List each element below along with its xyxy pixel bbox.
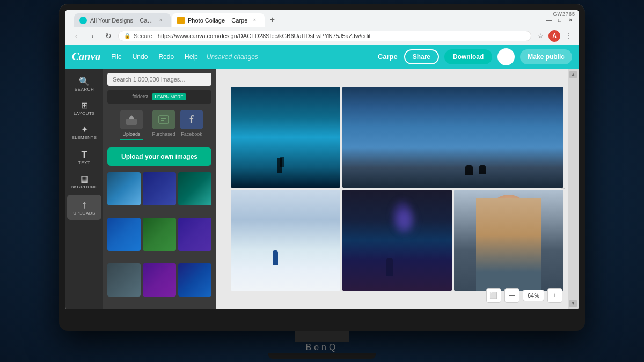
menu-file[interactable]: File bbox=[107, 51, 126, 63]
svg-rect-2 bbox=[159, 116, 169, 123]
forward-button[interactable]: › bbox=[86, 29, 99, 42]
scroll-up-btn[interactable]: ▲ bbox=[569, 71, 577, 78]
canvas-area[interactable]: ▲ ▼ 1 ⬜ — 64% + bbox=[216, 69, 579, 309]
minimize-button[interactable]: — bbox=[545, 17, 553, 24]
tab2-favicon bbox=[177, 17, 185, 24]
image-search-input[interactable] bbox=[107, 73, 211, 86]
make-public-button[interactable]: Make public bbox=[520, 49, 572, 64]
bookmark-button[interactable]: ☆ bbox=[535, 30, 546, 42]
sidebar-item-elements[interactable]: ✦ ELEMENTS bbox=[67, 121, 101, 144]
monitor-screen: All Your Designs – Canva × Photo Collage… bbox=[65, 10, 579, 309]
download-button[interactable]: Download bbox=[444, 49, 492, 64]
tab2-close[interactable]: × bbox=[251, 17, 258, 24]
uploads-tab-icon bbox=[120, 110, 143, 129]
sidebar-item-text[interactable]: T TEXT bbox=[67, 145, 101, 169]
sidebar: 🔍 SEARCH ⊞ LAYOUTS ✦ ELEMENTS T bbox=[65, 69, 103, 309]
figure-silhouette bbox=[277, 158, 282, 173]
monitor-model-label: GW2765 bbox=[553, 11, 575, 17]
panel-search-container bbox=[107, 73, 211, 86]
canva-logo: Canva bbox=[72, 50, 100, 63]
benq-label: BenQ bbox=[306, 342, 339, 353]
monitor-stand bbox=[295, 331, 349, 342]
portrait-figure bbox=[476, 198, 541, 291]
new-tab-button[interactable]: + bbox=[266, 13, 279, 26]
smoke-effect bbox=[392, 200, 413, 232]
monitor: GW2765 All Your Designs – Canva × bbox=[59, 4, 585, 331]
sidebar-item-background[interactable]: ▦ BKGROUND bbox=[67, 171, 101, 194]
svg-rect-0 bbox=[126, 119, 137, 125]
collage-cell-snow[interactable] bbox=[231, 190, 340, 291]
tab1-favicon bbox=[79, 17, 87, 24]
close-button[interactable]: ✕ bbox=[567, 17, 574, 24]
reload-button[interactable]: ↻ bbox=[102, 29, 115, 42]
zoom-out-button[interactable]: — bbox=[504, 288, 519, 303]
zoom-level[interactable]: 64% bbox=[523, 290, 544, 301]
menu-help[interactable]: Help bbox=[180, 51, 202, 63]
source-tab-facebook[interactable]: f Facebook bbox=[180, 110, 203, 140]
search-icon: 🔍 bbox=[79, 77, 90, 86]
menu-button[interactable]: ⋮ bbox=[562, 30, 574, 42]
collage-cell-smoke[interactable] bbox=[342, 190, 452, 291]
upload-thumb-5[interactable] bbox=[143, 218, 176, 251]
upload-thumb-6[interactable] bbox=[178, 218, 211, 251]
address-box[interactable]: 🔒 Secure https://www.canva.com/design/DA… bbox=[118, 31, 531, 41]
sidebar-item-uploads[interactable]: ↑ UPLOADS bbox=[67, 195, 101, 220]
photo-collage bbox=[231, 87, 564, 291]
menu-redo[interactable]: Redo bbox=[154, 51, 178, 63]
uploads-tab-label: Uploads bbox=[122, 131, 140, 137]
upload-button[interactable]: Upload your own images bbox=[107, 147, 211, 166]
tab1-label: All Your Designs – Canva bbox=[90, 17, 154, 24]
sidebar-item-search[interactable]: 🔍 SEARCH bbox=[67, 73, 101, 96]
back-button[interactable]: ‹ bbox=[70, 29, 83, 42]
layouts-icon: ⊞ bbox=[81, 101, 88, 110]
canvas-scrollbar[interactable]: ▲ ▼ bbox=[568, 69, 579, 309]
tab1-close[interactable]: × bbox=[157, 17, 164, 24]
upload-thumb-2[interactable] bbox=[143, 172, 176, 205]
uploads-image-grid bbox=[103, 170, 216, 309]
smoke-figure bbox=[386, 258, 393, 276]
source-tab-purchased[interactable]: Purchased bbox=[152, 110, 175, 140]
active-tab-indicator bbox=[120, 139, 143, 140]
browser-titlebar: All Your Designs – Canva × Photo Collage… bbox=[65, 10, 579, 27]
collage-cell-cliff[interactable] bbox=[342, 87, 564, 188]
share-button[interactable]: Share bbox=[404, 49, 439, 64]
profile-badge[interactable]: A bbox=[548, 30, 560, 42]
source-tabs: Uploads bbox=[103, 107, 216, 143]
sidebar-item-layouts[interactable]: ⊞ LAYOUTS bbox=[67, 97, 101, 120]
monitor-bottom: BenQ bbox=[268, 331, 376, 359]
present-button[interactable]: ⬜ bbox=[486, 288, 501, 303]
maximize-button[interactable]: □ bbox=[556, 17, 564, 24]
zoom-in-button[interactable]: + bbox=[547, 288, 562, 303]
upload-thumb-1[interactable] bbox=[107, 172, 141, 205]
sidebar-search-label: SEARCH bbox=[75, 87, 94, 92]
collage-cell-cave[interactable] bbox=[231, 87, 340, 188]
page-number: 1 bbox=[560, 187, 566, 190]
menu-undo[interactable]: Undo bbox=[128, 51, 152, 63]
collage-cell-portrait[interactable] bbox=[454, 190, 564, 291]
upload-thumb-4[interactable] bbox=[107, 218, 141, 251]
avatar[interactable] bbox=[497, 48, 515, 65]
tabs-bar: All Your Designs – Canva × Photo Collage… bbox=[70, 13, 283, 27]
upload-thumb-9[interactable] bbox=[178, 263, 211, 297]
upload-thumb-3[interactable] bbox=[178, 172, 211, 205]
facebook-tab-label: Facebook bbox=[181, 131, 202, 137]
browser-tab-2[interactable]: Photo Collage – Carpe × bbox=[172, 13, 265, 27]
sidebar-uploads-label: UPLOADS bbox=[73, 211, 96, 216]
window-controls: — □ ✕ bbox=[545, 17, 574, 24]
sidebar-elements-label: ELEMENTS bbox=[71, 135, 97, 140]
svg-rect-3 bbox=[161, 118, 166, 119]
scroll-down-btn[interactable]: ▼ bbox=[569, 300, 577, 307]
upload-thumb-7[interactable] bbox=[107, 263, 141, 297]
uploads-icon: ↑ bbox=[82, 199, 87, 210]
panel-banner: folders! LEARN MORE bbox=[107, 90, 211, 104]
sidebar-text-label: TEXT bbox=[78, 160, 90, 165]
elements-icon: ✦ bbox=[81, 125, 88, 134]
learn-more-button[interactable]: LEARN MORE bbox=[152, 93, 187, 100]
browser-addressbar: ‹ › ↻ 🔒 Secure https://www.canva.com/des… bbox=[65, 27, 579, 45]
tab2-label: Photo Collage – Carpe bbox=[188, 17, 247, 24]
upload-thumb-8[interactable] bbox=[143, 263, 176, 297]
browser-tab-1[interactable]: All Your Designs – Canva × bbox=[74, 13, 171, 27]
facebook-tab-icon: f bbox=[180, 110, 203, 129]
source-tab-uploads[interactable]: Uploads bbox=[115, 110, 148, 140]
url-text: https://www.canva.com/design/DACTD28Sfec… bbox=[158, 33, 525, 39]
